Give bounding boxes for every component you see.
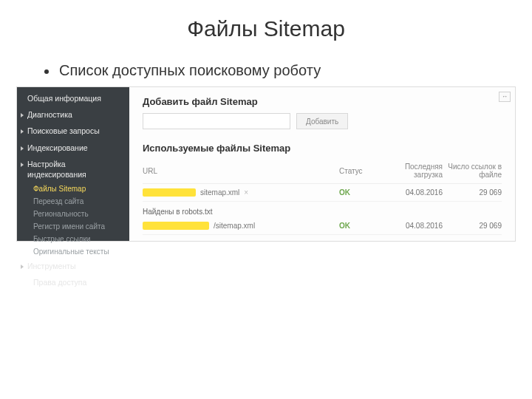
url-tail: sitemap.xml xyxy=(200,188,239,197)
remove-icon[interactable]: × xyxy=(244,188,248,197)
table-row: sitemap.xml × OK 04.08.2016 29 069 xyxy=(143,184,502,202)
bullet-text: Список доступных поисковому роботу xyxy=(59,62,321,79)
sidebar-item-indexing-settings[interactable]: Настройка индексирования xyxy=(17,156,129,183)
add-sitemap-form: Добавить xyxy=(143,113,502,129)
url-tail: /sitemap.xml xyxy=(214,222,255,230)
status-badge: OK xyxy=(339,188,383,197)
sidebar-sub-sitemap-files[interactable]: Файлы Sitemap xyxy=(17,183,129,195)
expand-icon[interactable]: ↔ xyxy=(499,92,511,102)
slide-title: Файлы Sitemap xyxy=(0,16,532,41)
col-status: Статус xyxy=(339,167,383,175)
sidebar-sub-site-move[interactable]: Переезд сайта xyxy=(17,195,129,208)
count-cell: 29 069 xyxy=(443,188,502,197)
sidebar-item-diagnostics[interactable]: Диагностика xyxy=(17,106,129,123)
sidebar-item-access-rights[interactable]: Права доступа xyxy=(17,274,129,290)
col-url: URL xyxy=(143,167,339,175)
robots-subheading: Найдены в robots.txt xyxy=(143,202,502,217)
date-cell: 04.08.2016 xyxy=(383,188,443,197)
date-cell: 04.08.2016 xyxy=(383,222,443,230)
sidebar-sub-original-texts[interactable]: Оригинальные тексты xyxy=(17,245,129,258)
bullet-item: Список доступных поисковому роботу xyxy=(44,62,488,79)
count-cell: 29 069 xyxy=(443,222,502,230)
add-sitemap-heading: Добавить файл Sitemap xyxy=(143,96,502,107)
webmaster-panel: Общая информация Диагностика Поисковые з… xyxy=(16,86,516,242)
sidebar-sub-region[interactable]: Региональность xyxy=(17,208,129,220)
url-cell: sitemap.xml × xyxy=(143,188,339,197)
main-content: ↔ Добавить файл Sitemap Добавить Использ… xyxy=(129,87,515,241)
bullet-dot-icon xyxy=(44,69,49,74)
redacted-host-icon xyxy=(143,222,209,230)
status-badge: OK xyxy=(339,222,383,230)
sidebar: Общая информация Диагностика Поисковые з… xyxy=(17,87,129,241)
col-link-count: Число ссылок в файле xyxy=(443,163,502,179)
sidebar-sub-case[interactable]: Регистр имени сайта xyxy=(17,220,129,233)
sidebar-item-tools[interactable]: Инструменты xyxy=(17,258,129,274)
sidebar-item-search-queries[interactable]: Поисковые запросы xyxy=(17,123,129,139)
table-row: /sitemap.xml OK 04.08.2016 29 069 xyxy=(143,217,502,235)
sidebar-sub-quick-links[interactable]: Быстрые ссылки xyxy=(17,233,129,245)
table-header: URL Статус Последняя загрузка Число ссыл… xyxy=(143,160,502,184)
col-last-load: Последняя загрузка xyxy=(383,163,443,179)
bullet-list: Список доступных поисковому роботу xyxy=(0,62,532,86)
redacted-host-icon xyxy=(143,188,196,197)
sitemap-url-input[interactable] xyxy=(143,113,290,129)
url-cell: /sitemap.xml xyxy=(143,222,339,230)
add-button[interactable]: Добавить xyxy=(296,113,348,129)
sidebar-item-general[interactable]: Общая информация xyxy=(17,90,129,106)
used-sitemaps-heading: Используемые файлы Sitemap xyxy=(143,143,502,154)
sidebar-item-indexing[interactable]: Индексирование xyxy=(17,140,129,156)
